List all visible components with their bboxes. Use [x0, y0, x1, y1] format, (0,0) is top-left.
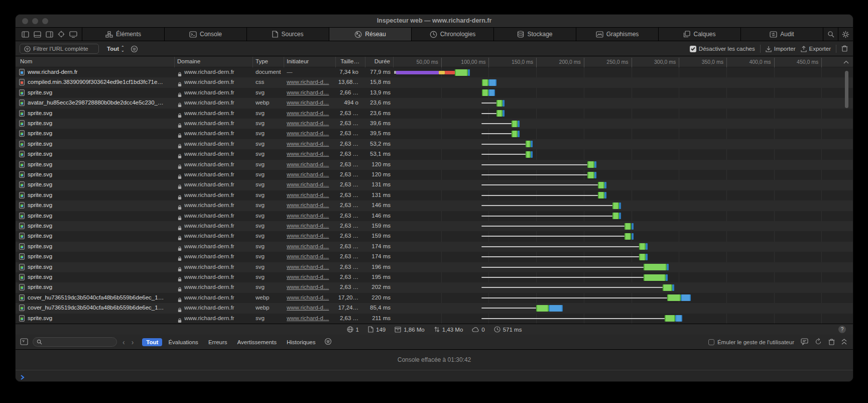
dock-bottom-icon[interactable] [34, 31, 41, 38]
emulate-user-gesture-checkbox[interactable]: Émuler le geste de l'utilisateur [708, 339, 794, 345]
console-scope-historiques[interactable]: Historiques [283, 338, 320, 346]
clear-console-button[interactable] [828, 338, 835, 346]
checkbox-unchecked-icon [708, 339, 714, 345]
import-button[interactable]: Importer [766, 46, 796, 52]
clear-network-items-button[interactable] [841, 45, 848, 53]
storage-icon [517, 31, 524, 38]
network-row[interactable]: sprite.svgwww.richard-dern.frsvgwww.rich… [16, 200, 853, 211]
network-row[interactable]: sprite.svgwww.richard-dern.frsvgwww.rich… [16, 282, 853, 292]
waterfall-green-segment [482, 79, 488, 86]
network-row[interactable]: sprite.svgwww.richard-dern.frsvgwww.rich… [16, 119, 853, 129]
network-row[interactable]: sprite.svgwww.richard-dern.frsvgwww.rich… [16, 180, 853, 190]
column-header-type[interactable]: Type [256, 58, 268, 64]
network-row[interactable]: sprite.svgwww.richard-dern.frsvgwww.rich… [16, 170, 853, 180]
column-header-nom[interactable]: Nom [20, 58, 32, 64]
column-header-duree[interactable]: Durée [366, 58, 390, 64]
network-row[interactable]: sprite.svgwww.richard-dern.frsvgwww.rich… [16, 109, 853, 119]
elements-icon [105, 31, 113, 38]
console-messages-button[interactable] [801, 338, 808, 346]
tab-éléments[interactable]: Éléments [82, 28, 164, 41]
tab-calques[interactable]: Calques [658, 28, 740, 41]
resource-duration: 196 ms [362, 264, 391, 270]
timeline-tick-label: 450,0 ms [780, 59, 818, 65]
network-row[interactable]: sprite.svgwww.richard-dern.frsvgwww.rich… [16, 314, 853, 324]
waterfall-green-segment [612, 213, 619, 219]
dock-left-icon[interactable] [22, 31, 29, 38]
tab-sources[interactable]: Sources [246, 28, 329, 41]
network-row[interactable]: compiled.min.38390909f303624ed9e1cf1bd3f… [16, 77, 853, 87]
resource-domain: www.richard-dern.fr [184, 181, 250, 187]
network-row[interactable]: avatar_hu85ecc3e298728880b0bde2dcc4e5c23… [16, 98, 853, 108]
disable-caches-checkbox[interactable]: Désactiver les caches [690, 46, 755, 52]
resource-name: sprite.svg [28, 264, 172, 270]
waterfall-waiting-line [481, 144, 526, 145]
network-row[interactable]: cover_hu736519dc3b5040cfa48b6b559b6de6ec… [16, 293, 853, 303]
console-prompt-row[interactable] [16, 370, 853, 382]
waterfall-blue-segment [646, 254, 648, 260]
settings-button[interactable] [838, 28, 853, 41]
network-row[interactable]: sprite.svgwww.richard-dern.frsvgwww.rich… [16, 160, 853, 170]
console-sidebar-icon[interactable] [20, 338, 28, 346]
network-row[interactable]: sprite.svgwww.richard-dern.frsvgwww.rich… [16, 211, 853, 221]
waterfall-waiting-line [481, 123, 512, 124]
network-row[interactable]: sprite.svgwww.richard-dern.frsvgwww.rich… [16, 221, 853, 231]
previous-result-button[interactable]: ‹ [121, 338, 126, 346]
column-header-taille[interactable]: Taille… [335, 58, 359, 64]
waterfall-green-segment [512, 131, 518, 137]
network-row[interactable]: sprite.svgwww.richard-dern.frsvgwww.rich… [16, 262, 853, 272]
url-filter-input[interactable]: Filtrer l'URL complète [20, 44, 99, 54]
tab-chronologies[interactable]: Chronologies [411, 28, 493, 41]
collapse-chevron-icon[interactable] [843, 59, 849, 65]
console-filter-button[interactable] [324, 338, 332, 346]
filter-options-button[interactable] [131, 45, 138, 53]
resource-type-select[interactable]: Tout ⌃⌃ [107, 46, 125, 52]
resource-size: 2,63 … [317, 192, 358, 198]
tab-réseau[interactable]: Réseau [329, 28, 411, 41]
network-row[interactable]: sprite.svgwww.richard-dern.frsvgwww.rich… [16, 252, 853, 262]
network-row[interactable]: sprite.svgwww.richard-dern.frsvgwww.rich… [16, 88, 853, 98]
timeline-tick-label: 400,0 ms [733, 59, 771, 65]
tab-label: Graphismes [606, 31, 639, 38]
tab-audit[interactable]: Audit [740, 28, 823, 41]
network-row[interactable]: sprite.svgwww.richard-dern.frsvgwww.rich… [16, 190, 853, 200]
table-scrollbar[interactable] [845, 71, 848, 108]
dock-right-icon[interactable] [46, 31, 53, 38]
network-row[interactable]: sprite.svgwww.richard-dern.frsvgwww.rich… [16, 242, 853, 252]
tab-console[interactable]: Console [164, 28, 246, 41]
waterfall-waiting-line [481, 184, 598, 185]
status-item: 571 ms [494, 326, 522, 333]
resource-duration: 120 ms [362, 161, 391, 167]
column-header-domaine[interactable]: Domaine [177, 58, 200, 64]
console-scope-erreurs[interactable]: Erreurs [204, 338, 231, 346]
waterfall-blue-segment [672, 284, 674, 291]
next-result-button[interactable]: › [131, 338, 135, 346]
expand-console-icon[interactable] [841, 339, 847, 346]
tab-graphismes[interactable]: Graphismes [576, 28, 658, 41]
column-header-initiateur[interactable]: Initiateur [287, 58, 309, 64]
search-button[interactable] [823, 28, 838, 41]
network-row[interactable]: sprite.svgwww.richard-dern.frsvgwww.rich… [16, 231, 853, 241]
resource-size: 2,63 … [317, 202, 358, 208]
status-value: 1,43 Mo [442, 327, 463, 333]
waterfall-green-segment [665, 315, 675, 322]
element-picker-icon[interactable] [58, 31, 65, 38]
network-row[interactable]: sprite.svgwww.richard-dern.frsvgwww.rich… [16, 149, 853, 159]
console-scope-évaluations[interactable]: Évaluations [164, 338, 202, 346]
console-search-input[interactable] [33, 337, 117, 347]
resource-type: css [256, 79, 283, 85]
tab-stockage[interactable]: Stockage [493, 28, 576, 41]
console-scope-avertissements[interactable]: Avertissements [233, 338, 281, 346]
network-row[interactable]: sprite.svgwww.richard-dern.frsvgwww.rich… [16, 272, 853, 282]
url-filter-placeholder: Filtrer l'URL complète [33, 46, 88, 52]
network-row[interactable]: sprite.svgwww.richard-dern.frsvgwww.rich… [16, 139, 853, 149]
device-icon[interactable] [69, 31, 77, 38]
export-button[interactable]: Exporter [801, 46, 831, 52]
waterfall-blue-segment [604, 192, 606, 198]
network-row[interactable]: www.richard-dern.frwww.richard-dern.frdo… [16, 67, 853, 77]
console-scope-tout[interactable]: Tout [142, 338, 162, 346]
network-row[interactable]: sprite.svgwww.richard-dern.frsvgwww.rich… [16, 129, 853, 139]
network-row[interactable]: cover_hu736519dc3b5040cfa48b6b559b6de6ec… [16, 303, 853, 313]
resource-duration: 15,8 ms [362, 79, 391, 85]
reload-icon[interactable] [815, 338, 822, 346]
help-button[interactable]: ? [838, 326, 846, 333]
